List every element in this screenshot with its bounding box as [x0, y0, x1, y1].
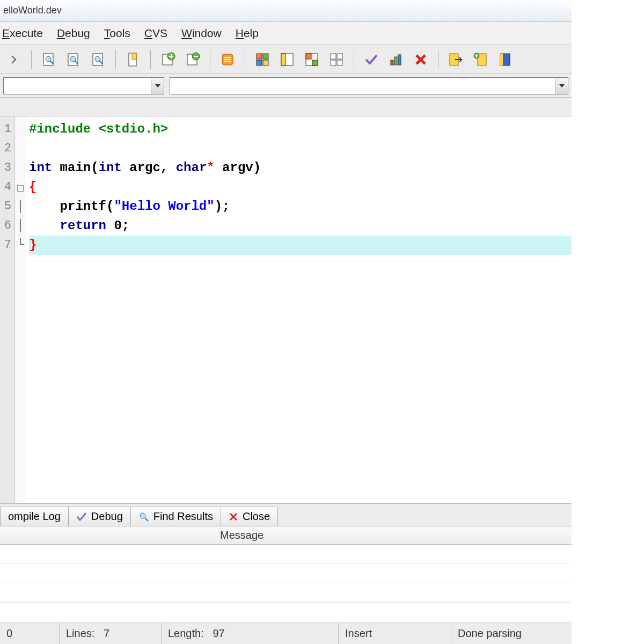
minus-doc-icon: [185, 52, 200, 67]
output-header[interactable]: Message: [0, 526, 572, 545]
fold-toggle[interactable]: −: [17, 185, 24, 192]
dropdown-arrow[interactable]: [151, 78, 164, 94]
code-token: main(: [52, 160, 98, 175]
menu-debug[interactable]: Debug: [57, 27, 90, 40]
svg-rect-10: [132, 53, 136, 60]
code-token: );: [215, 199, 230, 214]
help-book-button[interactable]: [494, 49, 516, 70]
output-row[interactable]: [0, 545, 572, 564]
output-row[interactable]: [0, 564, 572, 583]
find-button[interactable]: [87, 49, 109, 70]
dropdown-arrow[interactable]: [555, 78, 568, 94]
panel-right-icon: [305, 53, 318, 66]
remove-item-button[interactable]: [182, 49, 203, 70]
enter-button[interactable]: [470, 49, 491, 70]
bookmark-icon: [127, 52, 140, 67]
search-file-button[interactable]: [38, 49, 60, 70]
menu-cvs[interactable]: CVS: [144, 27, 167, 40]
layout-full-button[interactable]: [326, 49, 347, 70]
statusbar: 0 Lines: 7 Length: 97 Insert Done parsin…: [0, 623, 572, 644]
layout-left-button[interactable]: [276, 49, 298, 70]
svg-rect-28: [331, 54, 336, 59]
layout-grid-button[interactable]: [252, 49, 273, 70]
chevron-down-icon: [155, 84, 161, 88]
tab-close[interactable]: Close: [221, 507, 278, 526]
editor-tabstrip: [0, 98, 572, 116]
toolbar-arrow-button[interactable]: [3, 49, 25, 70]
status-length-label: Length:: [168, 627, 204, 640]
code-token: 0;: [106, 218, 129, 233]
tab-label: ompile Log: [8, 510, 61, 523]
line-number: 7: [0, 236, 14, 255]
svg-rect-29: [337, 54, 342, 59]
check-button[interactable]: [361, 49, 382, 70]
svg-rect-30: [331, 60, 336, 65]
status-lines-value: 7: [104, 627, 109, 640]
tab-debug[interactable]: Debug: [68, 507, 131, 526]
code-area[interactable]: #include <stdio.h> int main(int argc, ch…: [26, 116, 572, 503]
symbol-combobox[interactable]: [170, 77, 568, 94]
stats-button[interactable]: [385, 49, 407, 70]
menu-help[interactable]: Help: [236, 27, 259, 40]
plus-doc-icon: [160, 52, 175, 67]
svg-line-41: [145, 518, 148, 521]
output-row[interactable]: [0, 583, 572, 603]
chevron-right-icon: [11, 55, 17, 64]
menu-window[interactable]: Window: [181, 27, 222, 40]
tab-find-results[interactable]: Find Results: [130, 507, 221, 526]
code-token: argc,: [122, 160, 176, 175]
code-token: argv): [215, 160, 261, 175]
magnifier-page-icon: [66, 52, 81, 67]
line-number: 4: [0, 178, 14, 197]
svg-rect-19: [257, 54, 262, 59]
tab-label: Close: [243, 510, 270, 523]
svg-rect-26: [306, 54, 311, 59]
svg-rect-21: [257, 60, 262, 65]
code-token: return: [29, 218, 106, 233]
code-token: "Hello World": [114, 199, 214, 214]
status-length-value: 97: [213, 627, 224, 640]
svg-rect-31: [337, 60, 342, 65]
svg-rect-22: [263, 60, 268, 65]
scope-combobox[interactable]: [3, 77, 164, 94]
x-red-icon: [229, 512, 238, 522]
code-token: {: [29, 180, 36, 194]
svg-point-40: [140, 513, 145, 518]
code-token: }: [29, 238, 36, 252]
output-panel: Message: [0, 526, 572, 623]
check-icon: [364, 53, 378, 67]
code-token: char: [176, 160, 207, 175]
code-token: printf(: [29, 199, 114, 214]
bookmark-button[interactable]: [122, 49, 144, 70]
status-parse: Done parsing: [458, 627, 522, 640]
line-number: 6: [0, 216, 14, 236]
menu-tools[interactable]: Tools: [104, 27, 130, 40]
new-item-button[interactable]: [157, 49, 179, 70]
grid-outline-icon: [330, 53, 343, 66]
bottom-tabbar: ompile Log Debug Find Results Close: [0, 503, 572, 526]
code-editor[interactable]: 1 2 3 4 5 6 7 − ││└ #include <stdio.h> i…: [0, 116, 572, 503]
x-red-icon: [414, 53, 427, 66]
status-mode: Insert: [345, 627, 372, 640]
options-button[interactable]: [217, 49, 238, 70]
tab-label: Find Results: [153, 510, 213, 523]
svg-rect-34: [398, 55, 401, 65]
svg-rect-39: [500, 54, 503, 65]
status-lines-label: Lines:: [66, 627, 94, 640]
book-icon: [499, 53, 511, 67]
code-token: <stdio.h>: [99, 122, 169, 136]
door-exit-icon: [449, 53, 463, 67]
code-token: int: [99, 160, 122, 175]
tab-label: Debug: [91, 510, 123, 523]
line-number: 2: [0, 139, 14, 158]
tab-compile-log[interactable]: ompile Log: [0, 507, 69, 526]
toolbar: [0, 45, 572, 74]
menu-execute[interactable]: Execute: [2, 27, 43, 40]
delete-button[interactable]: [410, 49, 431, 70]
line-gutter: 1 2 3 4 5 6 7: [0, 116, 15, 503]
zoom-file-button[interactable]: [63, 49, 84, 70]
exit-button[interactable]: [445, 49, 466, 70]
titlebar: elloWorld.dev: [0, 0, 572, 21]
layout-right-button[interactable]: [301, 49, 323, 70]
barchart-icon: [389, 53, 403, 67]
